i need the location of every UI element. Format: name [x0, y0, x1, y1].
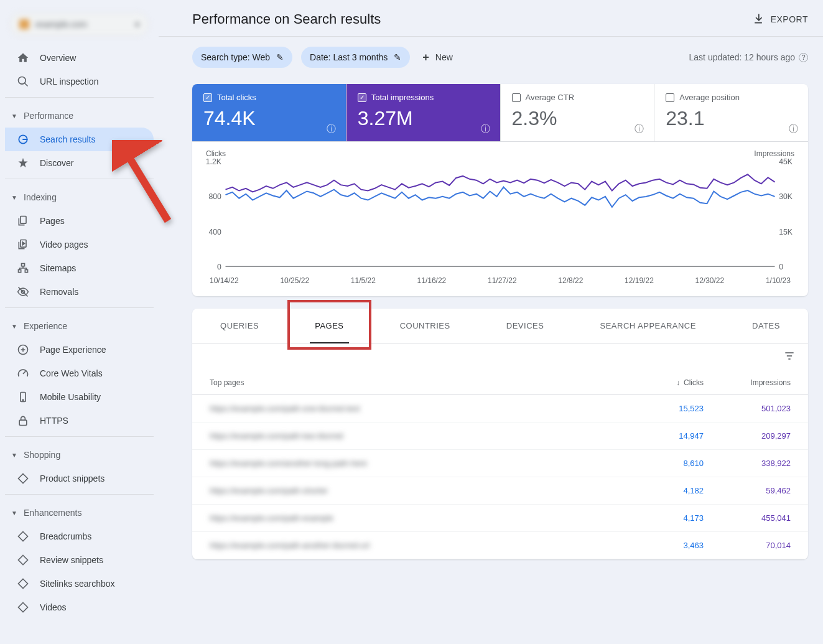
help-icon[interactable]: ⓘ — [327, 123, 336, 135]
eye-off-icon — [16, 286, 30, 298]
svg-text:45K: 45K — [779, 158, 793, 166]
nav-label: Search results — [40, 134, 95, 144]
nav-search-results[interactable]: Search results — [5, 128, 154, 151]
site-selector[interactable]: example.com ▾ — [10, 12, 149, 36]
cell-page: https://example.com/path-example — [210, 513, 629, 523]
nav-video-pages[interactable]: Video pages — [5, 233, 154, 256]
nav-core-web-vitals[interactable]: Core Web Vitals — [5, 362, 154, 385]
cell-impressions: 59,462 — [704, 486, 791, 495]
nav-breadcrumbs[interactable]: Breadcrumbs — [5, 525, 154, 548]
filter-row: Search type: Web ✎ Date: Last 3 months ✎… — [159, 37, 823, 78]
metric-label: Total impressions — [371, 93, 434, 102]
help-icon[interactable]: ? — [799, 53, 808, 62]
metric-total-clicks[interactable]: ✓Total clicks 74.4K ⓘ — [192, 84, 346, 141]
tab-devices[interactable]: DEVICES — [495, 309, 556, 343]
nav-videos[interactable]: Videos — [5, 595, 154, 619]
chevron-down-icon: ▼ — [11, 194, 19, 201]
svg-text:0: 0 — [779, 263, 783, 270]
checkbox-icon — [512, 93, 521, 102]
cell-page: https://example.com/path-one-blurred-tex… — [210, 404, 629, 413]
star-icon — [16, 157, 30, 169]
x-tick-label: 10/25/22 — [280, 276, 309, 285]
chip-date[interactable]: Date: Last 3 months ✎ — [301, 47, 410, 68]
metric-label: Average CTR — [526, 93, 575, 102]
divider — [5, 97, 154, 98]
metric-avg-ctr[interactable]: Average CTR 2.3% ⓘ — [501, 84, 655, 141]
nav-label: Video pages — [40, 240, 88, 250]
table-filter-row — [192, 343, 808, 371]
section-enhancements[interactable]: ▼Enhancements — [5, 501, 154, 525]
nav-url-inspection[interactable]: URL inspection — [5, 70, 154, 93]
nav-label: URL inspection — [40, 77, 98, 86]
tab-dates[interactable]: DATES — [741, 309, 791, 343]
nav-product-snippets[interactable]: Product snippets — [5, 467, 154, 490]
x-tick-label: 11/27/22 — [488, 276, 517, 285]
nav-sitelinks-searchbox[interactable]: Sitelinks searchbox — [5, 572, 154, 595]
nav-mobile-usability[interactable]: Mobile Usability — [5, 385, 154, 409]
table-row[interactable]: https://example.com/path-another-blurred… — [192, 532, 808, 559]
nav-page-experience[interactable]: Page Experience — [5, 338, 154, 362]
search-icon — [16, 75, 30, 88]
svg-rect-6 — [19, 270, 21, 273]
table-row[interactable]: https://example.com/path-shorter4,18259,… — [192, 477, 808, 505]
help-icon[interactable]: ⓘ — [789, 123, 798, 135]
metric-value: 74.4K — [203, 107, 335, 130]
new-filter-button[interactable]: + New — [422, 51, 453, 64]
help-icon[interactable]: ⓘ — [481, 123, 490, 135]
nav-sitemaps[interactable]: Sitemaps — [5, 256, 154, 280]
tab-countries[interactable]: COUNTRIES — [389, 309, 462, 343]
chart-container: Clicks Impressions 1.2K800400045K30K15K0… — [192, 142, 808, 296]
lock-icon — [16, 414, 30, 427]
table-row[interactable]: https://example.com/path-two-blurred14,9… — [192, 422, 808, 450]
download-icon — [752, 12, 765, 27]
nav-review-snippets[interactable]: Review snippets — [5, 548, 154, 572]
nav-label: Product snippets — [40, 474, 105, 483]
chevron-down-icon: ▼ — [11, 113, 19, 119]
help-icon[interactable]: ⓘ — [635, 123, 644, 135]
x-axis-labels: 10/14/2210/25/2211/5/2211/16/2211/27/221… — [203, 276, 797, 285]
section-label: Shopping — [24, 450, 60, 460]
chip-search-type[interactable]: Search type: Web ✎ — [192, 47, 292, 68]
col-clicks[interactable]: ↓Clicks — [629, 378, 704, 387]
svg-point-12 — [22, 399, 24, 401]
table-row[interactable]: https://example.com/path-example4,173455… — [192, 505, 808, 532]
section-experience[interactable]: ▼Experience — [5, 314, 154, 338]
divider — [5, 179, 154, 179]
sort-down-icon: ↓ — [676, 378, 680, 387]
filter-icon[interactable] — [783, 350, 796, 365]
svg-text:1.2K: 1.2K — [206, 158, 221, 166]
export-button[interactable]: EXPORT — [752, 12, 808, 27]
col-pages[interactable]: Top pages — [210, 378, 629, 387]
col-impressions[interactable]: Impressions — [704, 378, 791, 387]
tab-pages[interactable]: PAGES — [304, 309, 355, 343]
x-tick-label: 11/5/22 — [351, 276, 376, 285]
nav-label: Overview — [40, 53, 76, 63]
chip-label: Date: Last 3 months — [310, 52, 388, 62]
circle-plus-icon — [16, 343, 30, 356]
nav-removals[interactable]: Removals — [5, 280, 154, 304]
metric-label: Total clicks — [217, 93, 256, 102]
checkbox-icon — [666, 93, 674, 102]
section-indexing[interactable]: ▼Indexing — [5, 185, 154, 209]
x-tick-label: 12/19/22 — [625, 276, 654, 285]
metric-total-impressions[interactable]: ✓Total impressions 3.27M ⓘ — [346, 84, 501, 141]
nav-pages[interactable]: Pages — [5, 209, 154, 233]
divider — [5, 494, 154, 495]
nav-overview[interactable]: Overview — [5, 46, 154, 70]
table-row[interactable]: https://example.com/path-one-blurred-tex… — [192, 395, 808, 422]
tab-queries[interactable]: QUERIES — [209, 309, 270, 343]
nav-discover[interactable]: Discover — [5, 151, 154, 175]
section-label: Indexing — [24, 192, 57, 202]
cell-page: https://example.com/path-two-blurred — [210, 431, 629, 441]
col-clicks-label: Clicks — [684, 378, 704, 387]
nav-label: Sitemaps — [40, 263, 76, 273]
pencil-icon: ✎ — [276, 52, 284, 62]
nav-https[interactable]: HTTPS — [5, 409, 154, 432]
checkbox-icon: ✓ — [358, 93, 366, 102]
tab-search-appearance[interactable]: SEARCH APPEARANCE — [588, 309, 707, 343]
table-row[interactable]: https://example.com/another-long-path-he… — [192, 450, 808, 477]
metric-avg-position[interactable]: Average position 23.1 ⓘ — [654, 84, 808, 141]
section-performance[interactable]: ▼Performance — [5, 104, 154, 128]
x-tick-label: 11/16/22 — [417, 276, 447, 285]
section-shopping[interactable]: ▼Shopping — [5, 443, 154, 467]
